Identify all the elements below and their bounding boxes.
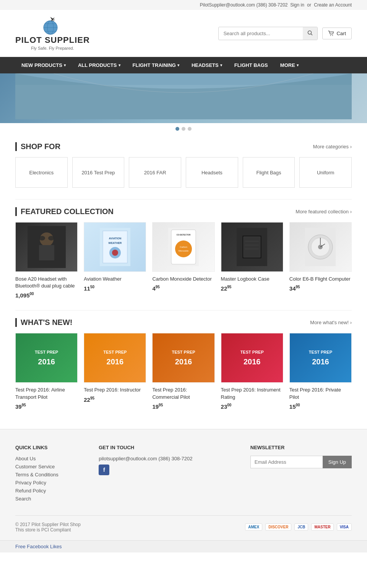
signin-link[interactable]: Sign in (290, 2, 304, 8)
cart-button[interactable]: Cart (322, 28, 352, 39)
footer-link-refund[interactable]: Refund Policy (15, 488, 83, 494)
svg-point-9 (308, 31, 312, 34)
product-image-bose (15, 222, 78, 272)
product-name-instructor: Test Prep 2016: Instructor (84, 387, 146, 393)
product-name-logbook: Master Logbook Case (221, 276, 283, 283)
payment-jcb: JCB (294, 523, 308, 531)
product-price-computer: 3495 (289, 285, 352, 292)
category-electronics[interactable]: Electronics (15, 157, 68, 188)
footer-link-search[interactable]: Search (15, 496, 83, 502)
free-facebook-likes-bar[interactable]: Free Facebook Likes (0, 540, 367, 552)
create-account-link[interactable]: Create an Account (314, 2, 352, 8)
newsletter-signup-button[interactable]: Sign Up (323, 456, 352, 468)
whats-new-section: WHAT'S NEW! More what's new! › TEST PREP… (15, 318, 352, 409)
nav-flight-bags[interactable]: FLIGHT BAGS (228, 57, 274, 73)
product-card-private[interactable]: TEST PREP 2016 Test Prep 2016: Private P… (289, 333, 352, 409)
hero-dot-3[interactable] (188, 127, 192, 131)
product-price-weather: 1150 (84, 285, 146, 292)
hero-dots (0, 123, 367, 135)
featured-title: FEATURED COLLECTION (15, 207, 114, 216)
product-card-detector[interactable]: CO-DETECTOR Carbon Monoxide Carbon Monox… (152, 222, 214, 299)
shop-for-header: SHOP FOR More categories › (15, 142, 352, 151)
search-button[interactable] (303, 27, 317, 40)
divider (15, 199, 352, 200)
logo[interactable]: PILOT SUPPLIER Fly Safe. Fly Prepared. (15, 16, 90, 50)
svg-point-12 (332, 35, 333, 36)
payment-mastercard: MASTER (311, 523, 333, 531)
shop-for-more-link[interactable]: More categories › (313, 144, 352, 149)
product-card-commercial[interactable]: TEST PREP 2016 Test Prep 2016: Commercia… (152, 333, 214, 409)
product-image-detector: CO-DETECTOR Carbon Monoxide (152, 222, 214, 272)
hero-banner (0, 73, 367, 123)
nav-more[interactable]: MORE ▾ (274, 57, 305, 73)
product-price-logbook: 2295 (221, 285, 283, 292)
product-card-computer[interactable]: Color E6-B Flight Computer 3495 (289, 222, 352, 299)
product-price-bose: 1,09500 (15, 292, 78, 299)
footer-quick-links: QUICK LINKS About Us Customer Service Te… (15, 445, 83, 504)
product-price-instrument: 2300 (221, 403, 283, 410)
payment-discover: DISCOVER (265, 523, 291, 531)
category-flight-bags[interactable]: Flight Bags (243, 157, 295, 188)
nav-new-products[interactable]: NEW PRODUCTS ▾ (15, 57, 72, 73)
payment-amex: AMEX (245, 523, 262, 531)
whats-new-more-link[interactable]: More what's new! › (310, 320, 352, 325)
nav-all-products[interactable]: ALL PRODUCTS ▾ (72, 57, 127, 73)
search-input[interactable] (219, 28, 303, 39)
nav-headsets[interactable]: HEADSETS ▾ (185, 57, 228, 73)
divider2 (15, 310, 352, 310)
product-card-atp[interactable]: TEST PREP 2016 Test Prep 2016: Airline T… (15, 333, 78, 409)
product-name-atp: Test Prep 2016: Airline Transport Pilot (15, 387, 78, 400)
facebook-icon[interactable]: f (99, 465, 109, 475)
svg-rect-34 (244, 237, 260, 257)
main-nav: NEW PRODUCTS ▾ ALL PRODUCTS ▾ FLIGHT TRA… (0, 57, 367, 73)
category-grid: Electronics 2016 Test Prep 2016 FAR Head… (15, 157, 352, 188)
category-uniform[interactable]: Uniform (299, 157, 352, 188)
footer-copyright-area: © 2017 Pilot Supplier Pilot Shop This st… (15, 522, 81, 533)
svg-text:Carbon: Carbon (180, 246, 187, 248)
product-name-bose: Bose A20 Headset with Bluetooth® dual pl… (15, 276, 78, 289)
top-bar: PilotSupplier@outlook.com (386) 308-7202… (0, 0, 367, 10)
payment-icons: AMEX DISCOVER JCB MASTER VISA (245, 523, 352, 531)
svg-text:WEATHER: WEATHER (108, 242, 122, 244)
category-headsets[interactable]: Headsets (186, 157, 238, 188)
nav-flight-training[interactable]: FLIGHT TRAINING ▾ (127, 57, 185, 73)
footer-link-terms[interactable]: Terms & Conditions (15, 472, 83, 478)
product-price-instructor: 2295 (84, 396, 146, 403)
product-image-instructor: TEST PREP 2016 (84, 333, 146, 383)
footer-link-privacy[interactable]: Privacy Policy (15, 480, 83, 486)
product-card-logbook[interactable]: Master Logbook Case 2295 (221, 222, 283, 299)
footer-get-in-touch: GET IN TOUCH pilotsupplier@outlook.com (… (99, 445, 235, 504)
product-image-commercial: TEST PREP 2016 (152, 333, 214, 383)
product-card-bose[interactable]: Bose A20 Headset with Bluetooth® dual pl… (15, 222, 78, 299)
product-name-private: Test Prep 2016: Private Pilot (289, 387, 352, 400)
hero-dot-1[interactable] (175, 127, 179, 131)
chevron-down-icon: ▾ (297, 63, 299, 67)
contact-phone: (386) 308-7202 (256, 2, 287, 8)
product-card-instrument[interactable]: TEST PREP 2016 Test Prep 2016: Instrumen… (221, 333, 283, 409)
hero-dot-2[interactable] (182, 127, 185, 131)
search-box (218, 27, 318, 40)
footer-contact-info: pilotsupplier@outlook.com (386) 308-7202 (99, 456, 235, 461)
whats-new-title: WHAT'S NEW! (15, 318, 72, 327)
category-test-prep[interactable]: 2016 Test Prep (72, 157, 125, 188)
featured-header: FEATURED COLLECTION More featured collec… (15, 207, 352, 216)
contact-info: PilotSupplier@outlook.com (386) 308-7202 (200, 2, 288, 8)
product-price-detector: 495 (152, 285, 214, 292)
footer-copyright: © 2017 Pilot Supplier Pilot Shop (15, 522, 81, 527)
get-in-touch-heading: GET IN TOUCH (99, 445, 235, 450)
product-image-instrument: TEST PREP 2016 (221, 333, 283, 383)
header-right: Cart (218, 27, 352, 40)
footer-link-customer-service[interactable]: Customer Service (15, 464, 83, 469)
newsletter-email-input[interactable] (250, 456, 323, 468)
category-far[interactable]: 2016 FAR (129, 157, 181, 188)
featured-more-link[interactable]: More featured collection › (296, 209, 352, 214)
product-card-instructor[interactable]: TEST PREP 2016 Test Prep 2016: Instructo… (84, 333, 146, 409)
footer-link-about[interactable]: About Us (15, 456, 83, 461)
shop-for-title: SHOP FOR (15, 142, 60, 151)
footer: QUICK LINKS About Us Customer Service Te… (0, 429, 367, 540)
product-price-commercial: 1995 (152, 403, 214, 410)
product-card-weather[interactable]: AVIATION WEATHER Aviation Weather 1150 (84, 222, 146, 299)
footer-bottom: © 2017 Pilot Supplier Pilot Shop This st… (15, 515, 352, 533)
svg-point-11 (330, 35, 331, 36)
newsletter-form: Sign Up (250, 456, 352, 468)
